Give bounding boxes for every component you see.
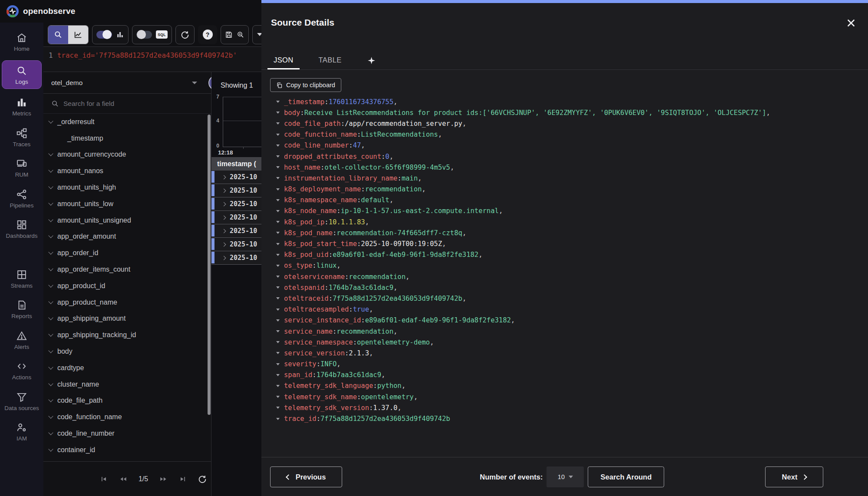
chevron-right-icon[interactable] xyxy=(222,215,226,220)
histogram-toggle[interactable] xyxy=(96,31,112,39)
chevron-down-icon[interactable] xyxy=(48,266,53,271)
sidebar-item-pipelines[interactable]: Pipelines xyxy=(2,186,42,212)
field-row-code_function_name[interactable]: code_function_name xyxy=(43,409,211,425)
chevron-down-icon[interactable] xyxy=(48,348,53,353)
first-page-icon[interactable] xyxy=(99,475,108,483)
json-row-service_version[interactable]: service_version:2.1.3, xyxy=(270,348,866,358)
caret-down-icon[interactable] xyxy=(276,221,280,223)
sidebar-item-data-sources[interactable]: Data sources xyxy=(2,389,42,414)
caret-down-icon[interactable] xyxy=(276,122,280,125)
chevron-down-icon[interactable] xyxy=(48,233,53,238)
json-row-dropped_attributes_count[interactable]: dropped_attributes_count:0, xyxy=(270,151,866,162)
caret-down-icon[interactable] xyxy=(276,166,280,168)
field-row-app_product_id[interactable]: app_product_id xyxy=(43,278,211,294)
caret-down-icon[interactable] xyxy=(276,309,280,311)
chevron-down-icon[interactable] xyxy=(48,168,53,173)
caret-down-icon[interactable] xyxy=(276,145,280,147)
tab-ai-sparkle[interactable] xyxy=(364,51,379,69)
events-count-select[interactable]: 10 xyxy=(547,466,584,487)
caret-down-icon[interactable] xyxy=(276,276,280,278)
chevron-right-icon[interactable] xyxy=(222,188,226,193)
sidebar-item-home[interactable]: Home xyxy=(2,30,42,55)
caret-down-icon[interactable] xyxy=(276,363,280,365)
chevron-down-icon[interactable] xyxy=(48,430,53,435)
json-row-severity[interactable]: severity:INFO, xyxy=(270,359,866,370)
field-row-app_order_id[interactable]: app_order_id xyxy=(43,245,211,261)
search-around-button[interactable]: Search Around xyxy=(588,466,664,487)
json-row-body[interactable]: body:Receive ListRecommendations for pro… xyxy=(270,107,866,118)
field-row-amount_nanos[interactable]: amount_nanos xyxy=(43,163,211,179)
save-icon[interactable] xyxy=(225,31,233,39)
field-row-amount_units_unsigned[interactable]: amount_units_unsigned xyxy=(43,212,211,229)
sidebar-item-alerts[interactable]: Alerts xyxy=(2,328,42,353)
refresh-list-icon[interactable] xyxy=(198,474,207,484)
chevron-down-icon[interactable] xyxy=(48,184,53,189)
json-row-telemetry_sdk_version[interactable]: telemetry_sdk_version:1.37.0, xyxy=(270,402,866,413)
field-row-amount_units_high[interactable]: amount_units_high xyxy=(43,179,211,196)
caret-down-icon[interactable] xyxy=(276,407,280,409)
json-row-oteltraceid[interactable]: oteltraceid:7f75a88d1257d2ea436053d9f409… xyxy=(270,293,866,304)
json-row-oteltracesampled[interactable]: oteltracesampled:true, xyxy=(270,304,866,315)
sidebar-item-actions[interactable]: Actions xyxy=(2,358,42,384)
field-row-container_id[interactable]: container_id xyxy=(43,442,211,458)
chevron-down-icon[interactable] xyxy=(48,414,53,419)
json-row-k8s_pod_ip[interactable]: k8s_pod_ip:10.1.1.83, xyxy=(270,217,866,227)
caret-down-icon[interactable] xyxy=(276,319,280,322)
json-row-k8s_pod_name[interactable]: k8s_pod_name:recommendation-74f665dff7-c… xyxy=(270,227,866,238)
field-row-body[interactable]: body xyxy=(43,343,211,360)
json-row-k8s_pod_start_time[interactable]: k8s_pod_start_time:2025-10-09T00:19:05Z, xyxy=(270,238,866,249)
caret-down-icon[interactable] xyxy=(276,385,280,387)
json-row-trace_id[interactable]: trace_id:7f75a88d1257d2ea436053d9f409742… xyxy=(270,413,866,424)
sidebar-item-traces[interactable]: Traces xyxy=(2,125,42,151)
json-row-code_line_number[interactable]: code_line_number:47, xyxy=(270,140,866,151)
chevron-right-icon[interactable] xyxy=(222,229,226,233)
caret-down-icon[interactable] xyxy=(276,418,280,420)
caret-down-icon[interactable] xyxy=(276,374,280,376)
chevron-down-icon[interactable] xyxy=(48,200,53,205)
json-row-span_id[interactable]: span_id:1764b7aa3c61dac9, xyxy=(270,370,866,381)
field-row-app_shipping_amount[interactable]: app_shipping_amount xyxy=(43,311,211,327)
stream-chevron-down-icon[interactable] xyxy=(192,82,197,84)
chevron-down-icon[interactable] xyxy=(48,250,53,255)
caret-down-icon[interactable] xyxy=(276,286,280,289)
caret-down-icon[interactable] xyxy=(276,265,280,267)
sidebar-item-streams[interactable]: Streams xyxy=(2,266,42,292)
json-row-instrumentation_library_name[interactable]: instrumentation_library_name:main, xyxy=(270,173,866,184)
caret-down-icon[interactable] xyxy=(276,188,280,191)
field-row-app_product_name[interactable]: app_product_name xyxy=(43,294,211,311)
chevron-down-icon[interactable] xyxy=(48,381,53,386)
chevron-down-icon[interactable] xyxy=(48,118,53,123)
sidebar-item-rum[interactable]: RUM xyxy=(2,155,42,181)
caret-down-icon[interactable] xyxy=(276,352,280,354)
copy-to-clipboard-button[interactable]: Copy to clipboard xyxy=(270,78,341,92)
next-button[interactable]: Next xyxy=(765,466,823,487)
chart-mode-button[interactable] xyxy=(68,26,88,44)
caret-down-icon[interactable] xyxy=(276,254,280,256)
json-row-service_namespace[interactable]: service_namespace:opentelemetry-demo, xyxy=(270,337,866,348)
caret-down-icon[interactable] xyxy=(276,177,280,179)
json-row-host_name[interactable]: host_name:otel-collector-65f6f98999-4m5v… xyxy=(270,162,866,173)
stream-select-row[interactable]: otel_demo xyxy=(43,72,211,94)
field-row-code_line_number[interactable]: code_line_number xyxy=(43,425,211,442)
caret-down-icon[interactable] xyxy=(276,297,280,299)
caret-down-icon[interactable] xyxy=(276,199,280,201)
field-row-_orderresult[interactable]: _orderresult xyxy=(43,114,211,130)
prev-page-icon[interactable] xyxy=(119,475,128,483)
caret-down-icon[interactable] xyxy=(276,341,280,343)
chevron-down-icon[interactable] xyxy=(48,282,53,287)
json-row-otelservicename[interactable]: otelservicename:recommendation, xyxy=(270,271,866,282)
json-row-_timestamp[interactable]: _timestamp:1760116734376755, xyxy=(270,96,866,107)
json-row-code_function_name[interactable]: code_function_name:ListRecommendations, xyxy=(270,129,866,140)
field-row-code_file_path[interactable]: code_file_path xyxy=(43,393,211,409)
json-row-code_file_path[interactable]: code_file_path:/app/recommendation_serve… xyxy=(270,118,866,129)
help-button[interactable]: ? xyxy=(198,25,217,44)
sidebar-item-dashboards[interactable]: Dashboards xyxy=(2,217,42,242)
caret-down-icon[interactable] xyxy=(276,134,280,136)
chevron-down-icon[interactable] xyxy=(48,397,53,402)
json-row-telemetry_sdk_name[interactable]: telemetry_sdk_name:opentelemetry, xyxy=(270,391,866,402)
tab-json[interactable]: JSON xyxy=(271,51,296,69)
sidebar-item-iam[interactable]: IAM xyxy=(2,419,42,445)
field-row-app_order_amount[interactable]: app_order_amount xyxy=(43,229,211,245)
caret-down-icon[interactable] xyxy=(276,243,280,245)
caret-down-icon[interactable] xyxy=(276,330,280,332)
